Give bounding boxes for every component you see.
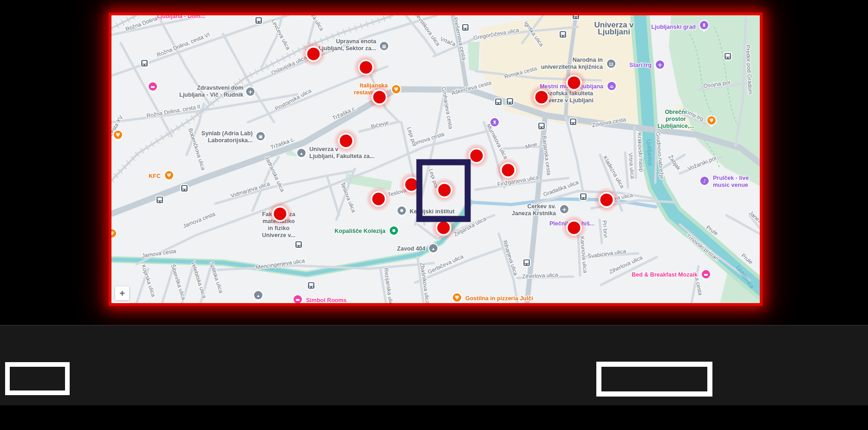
greendot-icon <box>389 225 399 238</box>
map-label: Simbol Rooms <box>306 297 347 303</box>
map-label: Lepi pot <box>406 126 418 147</box>
svg-text:+: + <box>658 61 663 68</box>
orange-icon: Ψ <box>164 170 174 182</box>
svg-text:▦: ▦ <box>382 44 386 49</box>
map-area <box>468 42 480 72</box>
tower-marker[interactable] <box>366 186 391 212</box>
map-label: Vrtača <box>439 35 457 47</box>
map-label: Pri brvi <box>601 220 609 238</box>
svg-text:▬: ▬ <box>295 297 300 302</box>
svg-text:Ψ: Ψ <box>710 118 714 123</box>
tower-marker[interactable] <box>561 70 587 95</box>
pink-icon: ▬ <box>148 81 158 93</box>
bus-icon <box>559 31 567 38</box>
svg-text:▣: ▣ <box>258 134 262 139</box>
bus-icon <box>580 193 587 200</box>
music-icon: ♪ <box>699 176 710 188</box>
tower-marker[interactable] <box>432 178 457 203</box>
svg-text:♜: ♜ <box>493 120 497 125</box>
svg-text:+: + <box>562 206 567 213</box>
map-label: Velebitska ulica <box>189 260 208 299</box>
pindot-icon <box>397 205 407 218</box>
map-label: Prulček - livemusic venue <box>713 175 749 188</box>
map-label: Bičevje <box>370 119 389 130</box>
pink-icon: ▬ <box>293 294 303 303</box>
map-label: Vožarski pot <box>687 154 718 172</box>
svg-text:⌂: ⌂ <box>610 84 613 89</box>
bus-icon <box>538 122 545 130</box>
tower-marker[interactable] <box>561 215 587 240</box>
road <box>625 152 628 187</box>
map-label: Upravna enotaLjubljani, Sektor za... <box>319 38 377 52</box>
grad-icon: ▴ <box>296 148 307 160</box>
church-icon: + <box>559 204 569 216</box>
svg-text:▬: ▬ <box>704 272 708 277</box>
tower-marker[interactable] <box>594 187 619 212</box>
map-label: Ljubljanski grad <box>651 24 696 30</box>
map-label: Švabićeva ulica <box>587 247 627 260</box>
map-label: Jamova cesta <box>182 211 216 230</box>
tower-marker[interactable] <box>333 128 359 153</box>
bus-icon <box>141 60 148 67</box>
tower-marker[interactable] <box>268 201 293 226</box>
bus-icon <box>156 196 163 204</box>
bus-icon <box>255 17 262 24</box>
map-label: Ljubljanica <box>646 139 654 166</box>
svg-text:▬: ▬ <box>150 84 155 89</box>
tower-marker[interactable] <box>301 41 326 66</box>
tower-marker[interactable] <box>529 85 554 110</box>
bus-icon <box>724 53 731 60</box>
svg-text:▤: ▤ <box>609 61 613 66</box>
road <box>327 176 339 215</box>
grad-icon: ▴ <box>428 243 438 255</box>
lab-icon: ▣ <box>255 131 266 143</box>
svg-text:♪: ♪ <box>703 179 706 184</box>
road <box>502 146 545 149</box>
zoom-in-button[interactable]: + <box>115 286 129 300</box>
table-section: Tower ID Carrier Region Phone Numbers 29… <box>0 325 868 405</box>
map-label: Kladezna ulica <box>602 155 626 190</box>
map-label: Jamova cesta <box>142 248 177 259</box>
bus-icon <box>495 98 502 106</box>
bus-icon <box>462 24 469 31</box>
svg-text:Ψ: Ψ <box>111 231 114 236</box>
road <box>415 248 503 283</box>
svg-text:▴: ▴ <box>300 151 302 156</box>
map-label: Kopališče Kolezija <box>334 228 386 234</box>
map-svg: Rožna DolinaRožna Dolina, cesta VILevčev… <box>111 15 760 303</box>
svg-text:+: + <box>248 88 253 95</box>
map-label: Postojnska ulica <box>274 87 313 112</box>
map-label: Šibeniška ulica <box>170 263 188 301</box>
bus-icon <box>523 259 530 266</box>
map-label: Bed & Breakfast Mozaik <box>632 271 698 278</box>
zoom-out-button[interactable] <box>115 302 129 305</box>
bldg-icon: ▦ <box>379 41 389 53</box>
bus-icon <box>569 118 577 126</box>
tower-id-highlight-box <box>5 362 70 395</box>
map-label: Mirje <box>525 141 538 150</box>
bus-icon <box>572 15 580 20</box>
map-label: Ziherlova ulica <box>522 271 558 280</box>
map-label: Ljubljana - Dom... <box>157 15 205 20</box>
map-label: KFC <box>149 173 161 179</box>
tower-marker[interactable] <box>496 158 521 183</box>
pink-icon: ▬ <box>701 269 711 281</box>
bus-icon <box>307 282 315 289</box>
map-label: Splitska ulica <box>208 261 224 294</box>
svg-text:Ψ: Ψ <box>394 87 398 92</box>
tower-marker[interactable] <box>353 55 379 80</box>
orange-icon: Ψ <box>111 228 117 240</box>
svg-text:Ψ: Ψ <box>116 132 120 138</box>
grad-icon: ▴ <box>253 290 263 302</box>
orange-icon: Ψ <box>113 130 123 142</box>
bus-icon <box>506 98 514 105</box>
map-label: Stari trg <box>629 62 652 68</box>
cross-icon: + <box>655 60 665 72</box>
svg-text:▴: ▴ <box>432 246 434 251</box>
svg-text:♜: ♜ <box>702 23 706 28</box>
map-container: Rožna DolinaRožna Dolina, cesta VILevčev… <box>109 13 763 306</box>
tower-marker[interactable] <box>367 85 392 110</box>
map-label: Zdravstveni domLjubljana - Vič - Rudnik <box>179 85 243 98</box>
health-icon: + <box>245 86 255 99</box>
map-label: Gostilna in pizzeria Julči <box>465 295 533 302</box>
